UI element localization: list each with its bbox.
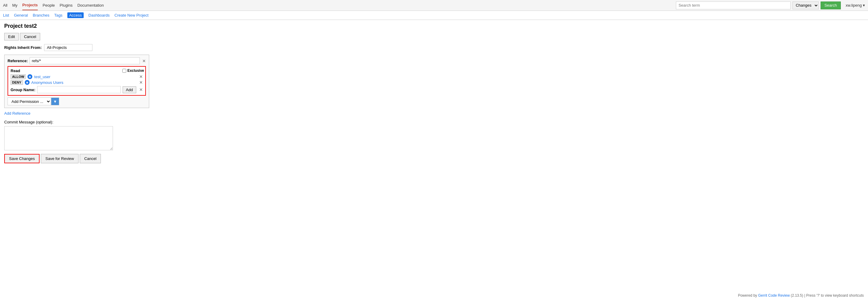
exclusive-label: Exclusive [127, 68, 144, 73]
search-input[interactable] [676, 1, 791, 9]
subnav-tags[interactable]: Tags [54, 13, 62, 18]
read-text: Read [10, 68, 20, 73]
top-nav-links: All My Projects People Plugins Documenta… [3, 0, 104, 10]
reference-close-icon[interactable]: ✕ [142, 59, 146, 63]
permission-row-allow: ALLOW ◉ test_user ✕ [10, 74, 143, 79]
top-nav: All My Projects People Plugins Documenta… [0, 0, 868, 11]
perm-type-allow: ALLOW [10, 74, 26, 79]
search-type-select[interactable]: Changes [793, 1, 819, 9]
top-nav-search: Changes Search xw.lipeng ▾ [676, 1, 865, 9]
save-changes-button[interactable]: Save Changes [4, 154, 39, 163]
top-btn-row: Edit Cancel [4, 33, 864, 40]
deny-remove-icon[interactable]: ✕ [139, 80, 143, 85]
group-name-row: Group Name: Add ✕ [10, 86, 143, 93]
save-review-button[interactable]: Save for Review [41, 154, 79, 163]
rights-inherit-label: Rights Inherit From: [4, 45, 42, 50]
allow-remove-icon[interactable]: ✕ [139, 74, 143, 79]
subnav-access[interactable]: Access [67, 12, 84, 18]
nav-documentation[interactable]: Documentation [77, 1, 103, 10]
user-info: xw.lipeng ▾ [846, 3, 865, 7]
perm-name-deny[interactable]: Anonymous Users [31, 80, 137, 85]
perm-type-deny: DENY [10, 80, 23, 85]
read-section: Read Exclusive ALLOW ◉ test_user ✕ DENY [7, 66, 146, 96]
perm-name-allow[interactable]: test_user [34, 74, 137, 79]
group-name-input[interactable] [37, 86, 121, 93]
inherit-row: Rights Inherit From: [4, 44, 864, 51]
nav-plugins[interactable]: Plugins [60, 1, 73, 10]
subnav-dashboards[interactable]: Dashboards [89, 13, 110, 18]
nav-all[interactable]: All [3, 1, 7, 10]
reference-label: Reference: [7, 59, 28, 63]
edit-button[interactable]: Edit [4, 33, 19, 40]
read-label: Read Exclusive [10, 68, 143, 73]
subnav-general[interactable]: General [14, 13, 28, 18]
exclusive-row: Exclusive [122, 68, 144, 73]
main-content: Project test2 Edit Cancel Rights Inherit… [0, 20, 868, 172]
permission-row-deny: DENY ◉ Anonymous Users ✕ [10, 80, 143, 85]
exclusive-checkbox[interactable] [122, 69, 126, 73]
cancel-button-top[interactable]: Cancel [20, 33, 40, 40]
reference-box: Reference: ✕ Read Exclusive ALLOW ◉ test… [4, 55, 149, 108]
add-permission-row: Add Permission ... ▼ [7, 98, 146, 105]
reference-input[interactable] [30, 57, 140, 64]
nav-projects[interactable]: Projects [22, 0, 38, 10]
group-row-remove-icon[interactable]: ✕ [139, 87, 143, 92]
commit-msg-label: Commit Message (optional): [4, 120, 864, 124]
nav-people[interactable]: People [42, 1, 55, 10]
add-permission-select[interactable]: Add Permission ... [7, 98, 51, 105]
subnav-branches[interactable]: Branches [33, 13, 49, 18]
subnav-list[interactable]: List [3, 13, 9, 18]
perm-icon-deny: ◉ [25, 80, 30, 85]
rights-inherit-input[interactable] [44, 44, 92, 51]
perm-icon-allow: ◉ [28, 74, 32, 79]
sub-nav: List General Branches Tags Access Dashbo… [0, 11, 868, 20]
bottom-btn-row: Save Changes Save for Review Cancel [4, 154, 864, 163]
group-add-button[interactable]: Add [123, 86, 136, 93]
nav-my[interactable]: My [12, 1, 17, 10]
cancel-button-bottom[interactable]: Cancel [80, 154, 101, 163]
add-permission-dropdown-btn[interactable]: ▼ [51, 98, 59, 105]
reference-header: Reference: ✕ [7, 57, 146, 64]
group-name-label: Group Name: [10, 88, 35, 92]
commit-msg-textarea[interactable] [4, 126, 113, 150]
search-button[interactable]: Search [820, 1, 841, 9]
page-title: Project test2 [4, 23, 864, 29]
subnav-create-project[interactable]: Create New Project [115, 13, 149, 18]
add-reference-link[interactable]: Add Reference [4, 111, 864, 115]
